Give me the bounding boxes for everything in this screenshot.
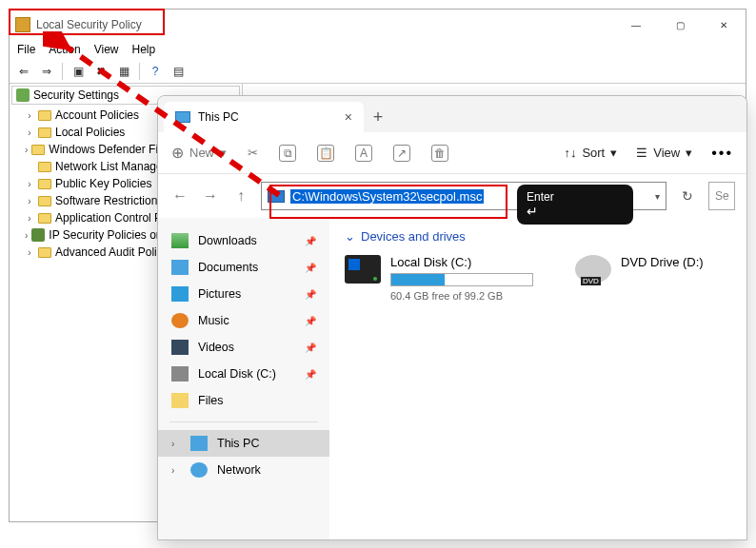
delete-icon[interactable]: 🗑 [431, 145, 448, 162]
forward-icon[interactable]: ⇒ [36, 61, 57, 82]
ip-icon [31, 228, 45, 242]
folder-icon [38, 179, 51, 189]
nav-files[interactable]: Files [158, 387, 329, 414]
tree-label: Public Key Policies [55, 177, 151, 190]
nav-downloads[interactable]: Downloads📌 [158, 227, 329, 254]
tree-label: Local Policies [55, 126, 125, 139]
pictures-icon [171, 286, 189, 302]
pin-icon[interactable]: 📌 [305, 236, 316, 246]
section-label: Devices and drives [361, 229, 466, 244]
folder-icon [38, 127, 51, 138]
nav-label: Downloads [198, 234, 257, 247]
tab-thispc[interactable]: This PC × [164, 102, 364, 132]
folder-icon [38, 213, 51, 224]
folder-icon [31, 145, 45, 155]
properties-icon[interactable]: ▤ [168, 61, 189, 82]
documents-icon [171, 260, 189, 275]
delete-icon[interactable]: ✖ [90, 61, 111, 82]
nav-documents[interactable]: Documents📌 [158, 254, 329, 281]
chevron-down-icon: ⌄ [345, 229, 355, 244]
menu-file[interactable]: File [17, 43, 35, 56]
tab-close-icon[interactable]: × [345, 109, 352, 125]
minimize-button[interactable]: — [614, 10, 658, 39]
folder-icon [38, 196, 51, 206]
nav-pictures[interactable]: Pictures📌 [158, 281, 329, 307]
nav-label: Music [198, 314, 229, 327]
nav-bar: ← → ↑ C:\Windows\System32\secpol.msc ▾ ↻… [158, 174, 746, 218]
tree-label: Account Policies [55, 108, 139, 122]
secpol-titlebar: Local Security Policy — ▢ ✕ [10, 10, 746, 40]
nav-localdisk[interactable]: Local Disk (C:)📌 [158, 361, 329, 387]
cut-icon[interactable]: ✂ [248, 146, 258, 160]
music-icon [171, 313, 189, 328]
explorer-window: This PC × + ⊕New▾ ✂ ⧉ 📋 A ↗ 🗑 ↑↓ Sort ▾ … [157, 95, 747, 540]
forward-button[interactable]: → [200, 187, 221, 205]
pin-icon[interactable]: 📌 [305, 316, 316, 326]
videos-icon [171, 340, 189, 355]
thispc-icon [175, 111, 190, 123]
disk-icon [171, 366, 189, 382]
enter-arrow-icon: ↵ [527, 204, 624, 219]
nav-label: Documents [198, 261, 258, 274]
drive-sub: 60.4 GB free of 99.2 GB [390, 290, 533, 302]
nav-label: Files [198, 394, 223, 407]
address-text: C:\Windows\System32\secpol.msc [290, 189, 484, 204]
folder-icon [38, 110, 51, 121]
up-button[interactable]: ↑ [230, 187, 251, 205]
nav-videos[interactable]: Videos📌 [158, 334, 329, 361]
menu-help[interactable]: Help [132, 43, 156, 56]
nav-label: Pictures [198, 287, 241, 301]
pin-icon[interactable]: 📌 [305, 263, 316, 273]
storage-bar [390, 273, 533, 286]
nav-label: Local Disk (C:) [198, 367, 276, 381]
new-button[interactable]: ⊕New▾ [171, 144, 227, 162]
sort-button[interactable]: ↑↓ Sort ▾ [564, 146, 617, 160]
drive-d[interactable]: DVD Drive (D:) [575, 255, 704, 302]
nav-label: This PC [217, 437, 259, 450]
more-button[interactable]: ••• [711, 145, 733, 162]
section-heading[interactable]: ⌄Devices and drives [345, 229, 731, 244]
dvd-icon [575, 255, 611, 284]
disk-icon [345, 255, 381, 284]
paste-icon[interactable]: 📋 [317, 145, 334, 162]
nav-music[interactable]: Music📌 [158, 307, 329, 334]
folder-icon [38, 162, 51, 172]
downloads-icon [171, 233, 189, 248]
export-icon[interactable]: ▦ [113, 61, 134, 82]
search-input[interactable]: Se [708, 182, 735, 210]
nav-label: Videos [198, 341, 234, 354]
new-tab-button[interactable]: + [364, 102, 392, 132]
help-icon[interactable]: ? [145, 61, 166, 82]
menu-action[interactable]: Action [49, 43, 80, 56]
secpol-title: Local Security Policy [36, 18, 142, 31]
pin-icon[interactable]: 📌 [305, 369, 316, 380]
menu-view[interactable]: View [94, 43, 119, 56]
pc-icon [268, 190, 285, 203]
tree-root-label: Security Settings [33, 88, 119, 102]
address-dropdown-icon[interactable]: ▾ [655, 191, 660, 202]
back-button[interactable]: ← [169, 187, 190, 205]
view-button[interactable]: ☰ View ▾ [636, 146, 692, 160]
refresh-button[interactable]: ↻ [676, 188, 699, 204]
folder-icon [38, 247, 51, 258]
menubar: File Action View Help [10, 40, 746, 59]
up-icon[interactable]: ▣ [68, 61, 89, 82]
pin-icon[interactable]: 📌 [305, 289, 316, 300]
copy-icon[interactable]: ⧉ [279, 145, 296, 162]
new-label: New [189, 146, 214, 160]
nav-label: Network [217, 463, 261, 477]
window-controls: — ▢ ✕ [614, 10, 746, 39]
maximize-button[interactable]: ▢ [658, 10, 702, 39]
rename-icon[interactable]: A [355, 145, 372, 162]
nav-thispc[interactable]: ›This PC [158, 430, 329, 457]
nav-network[interactable]: ›Network [158, 457, 329, 483]
enter-key-graphic: Enter ↵ [517, 185, 633, 225]
back-icon[interactable]: ⇐ [13, 61, 34, 82]
key-label: Enter [527, 190, 624, 204]
drive-c[interactable]: Local Disk (C:) 60.4 GB free of 99.2 GB [345, 255, 533, 302]
close-button[interactable]: ✕ [702, 10, 746, 39]
thispc-icon [190, 436, 208, 451]
pin-icon[interactable]: 📌 [305, 342, 316, 353]
share-icon[interactable]: ↗ [393, 145, 410, 162]
tabbar: This PC × + [158, 96, 746, 132]
